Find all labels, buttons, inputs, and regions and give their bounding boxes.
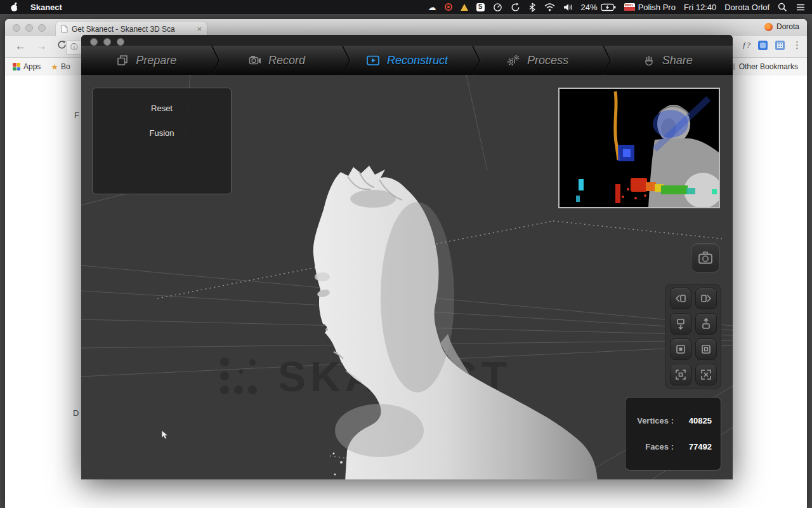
notification-center-icon[interactable] [796, 3, 806, 11]
view-left-button[interactable] [670, 288, 691, 309]
skanect-close-button[interactable] [90, 38, 98, 46]
reset-button[interactable]: Reset [93, 104, 231, 113]
skanect-workflow-tabs: Prepare Record Reconstruct [81, 46, 733, 76]
extension-fq-icon[interactable]: ƒ? [742, 40, 750, 50]
tab-record[interactable]: Record [211, 46, 341, 75]
menubar-app-name[interactable]: Skanect [30, 3, 62, 12]
bookmark-item[interactable]: ★ Bo [51, 62, 70, 72]
cloud-sync-icon[interactable]: ☁ [428, 3, 436, 12]
skype-icon[interactable]: S [476, 3, 485, 11]
mesh-stats-box: Vertices : 40825 Faces : 77492 [625, 397, 721, 471]
page-favicon-icon [61, 25, 68, 33]
reload-button[interactable] [57, 40, 67, 53]
prepare-icon [116, 54, 129, 67]
back-button[interactable]: ← [15, 40, 26, 53]
bluetooth-icon[interactable] [528, 3, 536, 12]
viewport-3d[interactable]: SKANECT [81, 75, 733, 479]
apps-grid-icon [13, 63, 20, 70]
extension-grid-icon[interactable] [775, 41, 785, 50]
share-hand-icon [643, 54, 655, 67]
wifi-icon[interactable] [544, 3, 555, 11]
vertices-label: Vertices : [634, 416, 679, 425]
view-top-button[interactable] [695, 313, 717, 335]
spotlight-search-icon[interactable] [778, 3, 787, 12]
time-machine-icon[interactable] [511, 3, 520, 12]
browser-minimize-button[interactable] [25, 24, 33, 32]
volume-icon[interactable] [563, 3, 573, 11]
view-bottom-button[interactable] [670, 313, 691, 335]
other-bookmarks-button[interactable]: Other Bookmarks [726, 62, 798, 71]
apple-menu-icon[interactable] [10, 2, 19, 12]
scanned-head-mesh [284, 164, 601, 479]
skanect-minimize-button[interactable] [103, 38, 111, 46]
zoom-fit-button[interactable] [670, 364, 691, 385]
input-source-label: Polish Pro [638, 3, 676, 12]
record-status-icon[interactable] [445, 3, 452, 11]
skanect-zoom-button[interactable] [117, 38, 124, 46]
skanect-titlebar [81, 35, 733, 46]
battery-status[interactable]: 24% [581, 3, 616, 12]
bookmark-label: Bo [61, 62, 70, 71]
view-front-button[interactable] [670, 338, 691, 360]
record-icon [248, 54, 261, 67]
star-icon: ★ [51, 62, 58, 72]
faces-value: 77492 [679, 442, 712, 451]
menubar-user[interactable]: Dorota Orlof [724, 3, 769, 12]
battery-charging-icon [601, 3, 616, 11]
fusion-button[interactable]: Fusion [93, 128, 231, 138]
tab-title: Get Skanect - Skanect 3D Sca [72, 25, 193, 34]
profile-avatar-icon [764, 23, 773, 31]
page-text-fragment: F [74, 110, 79, 120]
tab-close-icon[interactable]: × [197, 24, 202, 34]
faces-label: Faces : [634, 442, 679, 451]
browser-close-button[interactable] [13, 24, 20, 32]
hazel-icon[interactable] [461, 4, 468, 11]
view-controls-panel [665, 284, 721, 389]
extension-translate-icon[interactable] [758, 41, 768, 50]
snapshot-camera-button[interactable] [691, 243, 720, 272]
gauge-icon[interactable] [493, 3, 502, 12]
vertices-value: 40825 [679, 416, 712, 425]
other-bookmarks-label: Other Bookmarks [739, 62, 798, 71]
reconstruct-tools-panel: Reset Fusion [92, 88, 232, 194]
browser-profile-button[interactable]: Dorota [764, 22, 799, 31]
apps-shortcut[interactable]: Apps [5, 62, 41, 71]
macos-menubar: Skanect ☁ S 24% [0, 0, 812, 14]
forward-button[interactable]: → [36, 40, 47, 53]
tab-share[interactable]: Share [603, 46, 733, 75]
mouse-cursor [161, 431, 169, 442]
fullscreen-button[interactable] [695, 364, 717, 385]
menubar-clock[interactable]: Fri 12:40 [684, 3, 716, 12]
site-info-icon[interactable]: ⓘ [70, 42, 78, 53]
depth-camera-preview [558, 88, 720, 208]
apps-label: Apps [23, 62, 41, 71]
battery-percentage: 24% [581, 3, 598, 12]
camera-icon [697, 250, 714, 265]
tab-reconstruct[interactable]: Reconstruct [342, 46, 472, 75]
browser-tab[interactable]: Get Skanect - Skanect 3D Sca × [56, 22, 207, 36]
page-text-fragment: D [73, 408, 79, 418]
tab-process[interactable]: Process [472, 46, 602, 75]
skanect-logo-icon [216, 352, 265, 401]
browser-zoom-button[interactable] [38, 24, 46, 32]
view-right-button[interactable] [695, 288, 717, 309]
skanect-window: Prepare Record Reconstruct [81, 35, 733, 479]
tab-prepare[interactable]: Prepare [81, 46, 211, 75]
reconstruct-icon [366, 54, 380, 67]
desktop: Skanect ☁ S 24% [0, 0, 812, 508]
browser-tabstrip: Get Skanect - Skanect 3D Sca × Dorota [5, 19, 807, 36]
input-source-menu[interactable]: PRO Polish Pro [624, 3, 676, 12]
view-back-button[interactable] [695, 338, 717, 360]
polish-flag-icon: PRO [624, 3, 635, 11]
process-gears-icon [506, 54, 520, 67]
profile-name: Dorota [776, 22, 799, 31]
browser-menu-icon[interactable]: ⋮ [792, 39, 802, 51]
